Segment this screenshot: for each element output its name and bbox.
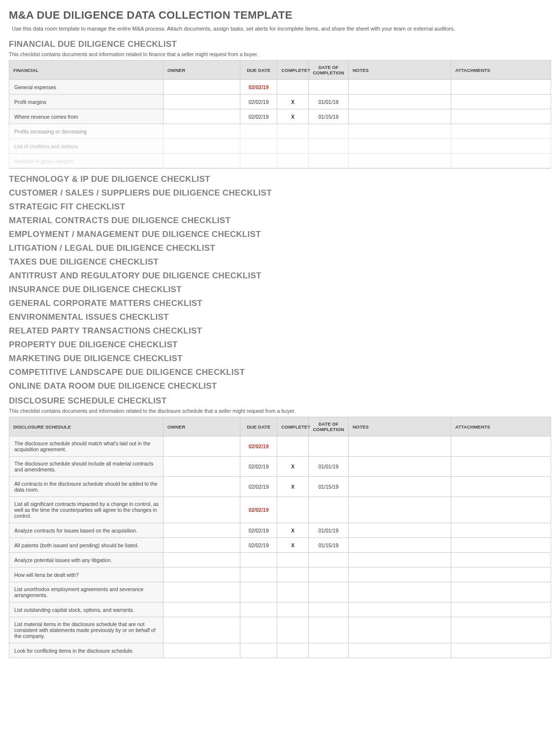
owner-cell[interactable]: [163, 139, 240, 154]
attachments-cell[interactable]: [451, 139, 551, 154]
attachments-cell[interactable]: [451, 602, 551, 617]
item-cell[interactable]: All contracts in the disclosure schedule…: [9, 477, 164, 497]
attachments-cell[interactable]: [451, 497, 551, 523]
notes-cell[interactable]: [348, 582, 451, 602]
date-completion-cell[interactable]: [308, 139, 348, 154]
item-cell[interactable]: List material items in the disclosure sc…: [9, 617, 164, 643]
date-completion-cell[interactable]: [308, 643, 348, 658]
attachments-cell[interactable]: [451, 436, 551, 457]
attachments-cell[interactable]: [451, 582, 551, 602]
due-date-cell[interactable]: 02/02/19: [240, 497, 277, 523]
attachments-cell[interactable]: [451, 124, 551, 139]
notes-cell[interactable]: [348, 602, 451, 617]
notes-cell[interactable]: [348, 154, 451, 168]
date-completion-cell[interactable]: 01/01/19: [308, 523, 348, 538]
due-date-cell[interactable]: 02/02/19: [240, 538, 277, 553]
complete-cell[interactable]: X: [277, 523, 309, 538]
complete-cell[interactable]: [277, 80, 309, 95]
notes-cell[interactable]: [348, 497, 451, 523]
due-date-cell[interactable]: 02/02/19: [240, 457, 277, 477]
owner-cell[interactable]: [163, 602, 240, 617]
notes-cell[interactable]: [348, 139, 451, 154]
item-cell[interactable]: How will liens be dealt with?: [9, 567, 164, 582]
attachments-cell[interactable]: [451, 567, 551, 582]
owner-cell[interactable]: [163, 124, 240, 139]
owner-cell[interactable]: [163, 497, 240, 523]
date-completion-cell[interactable]: [308, 567, 348, 582]
item-cell[interactable]: Where revenue comes from: [9, 109, 164, 124]
item-cell[interactable]: Profits increasing or decreasing: [9, 124, 164, 139]
owner-cell[interactable]: [163, 523, 240, 538]
date-completion-cell[interactable]: [308, 602, 348, 617]
item-cell[interactable]: List of creditors and debtors: [9, 139, 164, 154]
notes-cell[interactable]: [348, 80, 451, 95]
due-date-cell[interactable]: [240, 643, 277, 658]
notes-cell[interactable]: [348, 457, 451, 477]
owner-cell[interactable]: [163, 553, 240, 567]
owner-cell[interactable]: [163, 567, 240, 582]
notes-cell[interactable]: [348, 109, 451, 124]
attachments-cell[interactable]: [451, 95, 551, 109]
attachments-cell[interactable]: [451, 553, 551, 567]
owner-cell[interactable]: [163, 643, 240, 658]
complete-cell[interactable]: X: [277, 95, 309, 109]
date-completion-cell[interactable]: 01/01/19: [308, 457, 348, 477]
attachments-cell[interactable]: [451, 477, 551, 497]
complete-cell[interactable]: [277, 567, 309, 582]
due-date-cell[interactable]: 02/02/19: [240, 80, 277, 95]
item-cell[interactable]: List outstanding capital stock, options,…: [9, 602, 164, 617]
complete-cell[interactable]: [277, 643, 309, 658]
date-completion-cell[interactable]: [308, 154, 348, 168]
owner-cell[interactable]: [163, 582, 240, 602]
attachments-cell[interactable]: [451, 109, 551, 124]
attachments-cell[interactable]: [451, 643, 551, 658]
date-completion-cell[interactable]: [308, 582, 348, 602]
date-completion-cell[interactable]: [308, 124, 348, 139]
owner-cell[interactable]: [163, 436, 240, 457]
date-completion-cell[interactable]: 01/01/19: [308, 95, 348, 109]
due-date-cell[interactable]: [240, 617, 277, 643]
notes-cell[interactable]: [348, 477, 451, 497]
owner-cell[interactable]: [163, 154, 240, 168]
notes-cell[interactable]: [348, 124, 451, 139]
item-cell[interactable]: Look for conflicting items in the disclo…: [9, 643, 164, 658]
notes-cell[interactable]: [348, 436, 451, 457]
complete-cell[interactable]: [277, 154, 309, 168]
due-date-cell[interactable]: [240, 553, 277, 567]
owner-cell[interactable]: [163, 457, 240, 477]
due-date-cell[interactable]: 02/02/19: [240, 95, 277, 109]
attachments-cell[interactable]: [451, 523, 551, 538]
notes-cell[interactable]: [348, 523, 451, 538]
due-date-cell[interactable]: [240, 154, 277, 168]
date-completion-cell[interactable]: [308, 80, 348, 95]
owner-cell[interactable]: [163, 617, 240, 643]
item-cell[interactable]: List unorthodox employment agreements an…: [9, 582, 164, 602]
notes-cell[interactable]: [348, 617, 451, 643]
item-cell[interactable]: The disclosure schedule should include a…: [9, 457, 164, 477]
date-completion-cell[interactable]: 01/15/19: [308, 538, 348, 553]
notes-cell[interactable]: [348, 553, 451, 567]
owner-cell[interactable]: [163, 80, 240, 95]
attachments-cell[interactable]: [451, 457, 551, 477]
owner-cell[interactable]: [163, 109, 240, 124]
due-date-cell[interactable]: [240, 602, 277, 617]
date-completion-cell[interactable]: 01/15/19: [308, 477, 348, 497]
item-cell[interactable]: Analysis of gross margins: [9, 154, 164, 168]
complete-cell[interactable]: X: [277, 457, 309, 477]
item-cell[interactable]: All patents (both issued and pending) sh…: [9, 538, 164, 553]
complete-cell[interactable]: [277, 553, 309, 567]
due-date-cell[interactable]: 02/02/19: [240, 109, 277, 124]
attachments-cell[interactable]: [451, 80, 551, 95]
notes-cell[interactable]: [348, 567, 451, 582]
complete-cell[interactable]: [277, 617, 309, 643]
due-date-cell[interactable]: 02/02/19: [240, 477, 277, 497]
complete-cell[interactable]: [277, 582, 309, 602]
notes-cell[interactable]: [348, 643, 451, 658]
date-completion-cell[interactable]: [308, 617, 348, 643]
item-cell[interactable]: Analyze contracts for issues based on th…: [9, 523, 164, 538]
item-cell[interactable]: List all significant contracts impacted …: [9, 497, 164, 523]
due-date-cell[interactable]: 02/02/19: [240, 436, 277, 457]
due-date-cell[interactable]: [240, 124, 277, 139]
complete-cell[interactable]: X: [277, 538, 309, 553]
due-date-cell[interactable]: [240, 139, 277, 154]
